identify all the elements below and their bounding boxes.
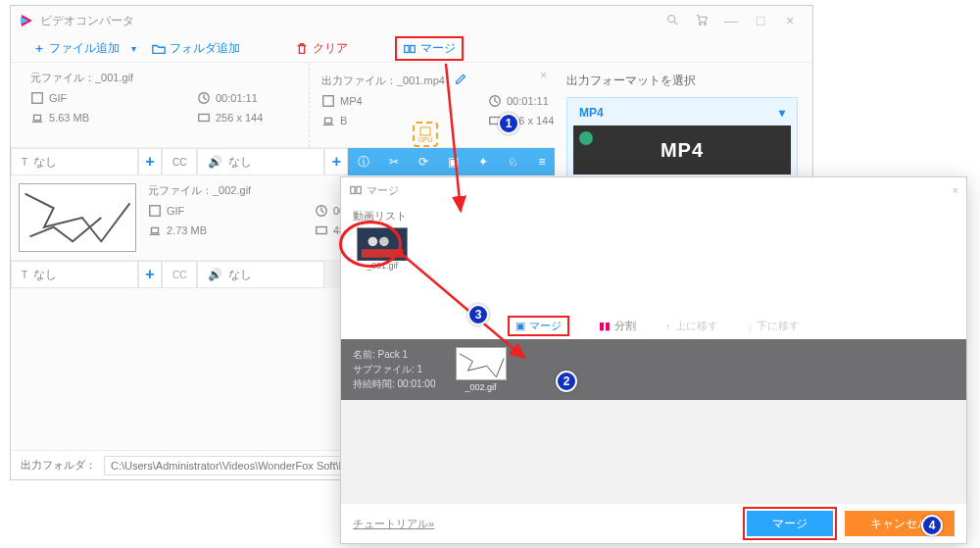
- clock-icon: [315, 204, 328, 218]
- dims-icon: [315, 224, 328, 237]
- close-button[interactable]: ×: [775, 13, 805, 28]
- src-file-name: _002.gif: [213, 184, 251, 196]
- op-split-button[interactable]: ▮▮ 分割: [599, 319, 636, 333]
- split-icon: ▮▮: [599, 320, 611, 332]
- maximize-button[interactable]: □: [746, 13, 775, 28]
- callout-2: 2: [556, 371, 577, 392]
- size-icon: [321, 114, 335, 127]
- svg-rect-29: [457, 348, 506, 380]
- op-move-down-button[interactable]: ↓ 下に移す: [748, 319, 801, 333]
- add-subtitle-button[interactable]: +: [138, 261, 162, 288]
- svg-rect-12: [32, 93, 43, 104]
- out-format: MP4: [340, 95, 363, 107]
- audio-select[interactable]: 🔊なし: [197, 261, 324, 288]
- settings-button[interactable]: ≡: [528, 148, 555, 175]
- crop-button[interactable]: ▣: [438, 148, 468, 175]
- out-size: B: [340, 115, 347, 126]
- op-merge-button[interactable]: ▣ マージ: [508, 316, 569, 336]
- watermark-button[interactable]: ♘: [498, 148, 528, 175]
- svg-point-3: [699, 23, 701, 25]
- gpu-badge[interactable]: GPU: [413, 122, 438, 147]
- tutorial-link[interactable]: チュートリアル»: [353, 517, 434, 531]
- add-file-button[interactable]: ＋ ファイル追加: [25, 36, 127, 61]
- dialog-title: マージ: [367, 183, 399, 198]
- src-size: 2.73 MB: [167, 224, 207, 236]
- video-list-area: 動画リスト _001.gif: [341, 203, 966, 314]
- edit-icon[interactable]: [454, 71, 467, 84]
- add-subtitle-button[interactable]: +: [138, 148, 162, 175]
- add-file-label: ファイル追加: [49, 40, 120, 57]
- dims-icon: [197, 111, 211, 125]
- search-icon[interactable]: [658, 13, 687, 29]
- op-move-up-button[interactable]: ↑ 上に移す: [665, 319, 718, 333]
- dialog-merge-button[interactable]: マージ: [747, 511, 833, 536]
- file-card: 元ファイル：_001.gif GIF 00:01:11 5.63 MB 256 …: [11, 63, 555, 148]
- op-down-label: 下に移す: [757, 319, 800, 333]
- out-file-name: _001.mp4: [397, 75, 445, 86]
- svg-rect-6: [411, 45, 415, 52]
- dialog-close-button[interactable]: ×: [953, 184, 958, 196]
- merge-button[interactable]: マージ: [395, 36, 464, 61]
- file-action-strip: Tなし + CC 🔊なし + ⓘ ✂ ⟳ ▣ ✦ ♘ ≡: [11, 148, 555, 175]
- video-list-item[interactable]: _001.gif: [357, 227, 408, 271]
- cc-button[interactable]: CC: [162, 261, 197, 288]
- minimize-button[interactable]: —: [716, 13, 746, 28]
- format-selector[interactable]: MP4▾ MP4: [566, 97, 798, 181]
- subtitle-value: なし: [33, 267, 57, 283]
- callout-3: 3: [467, 304, 489, 325]
- src-file-label: 元ファイル：: [148, 184, 213, 196]
- pack-item[interactable]: _002.gif: [456, 347, 507, 392]
- svg-rect-19: [150, 206, 161, 217]
- callout-1: 1: [498, 113, 519, 134]
- add-folder-button[interactable]: フォルダ追加: [144, 36, 248, 61]
- subtitle-select[interactable]: Tなし: [11, 148, 138, 175]
- rotate-button[interactable]: ⟳: [409, 148, 438, 175]
- remove-file-button[interactable]: ×: [540, 69, 547, 82]
- svg-point-28: [379, 237, 389, 247]
- merge-ops-bar: ▣ マージ ▮▮ 分割 ↑ 上に移す ↓ 下に移す: [341, 314, 966, 339]
- cut-button[interactable]: ✂: [379, 148, 409, 175]
- audio-value: なし: [228, 154, 252, 171]
- arrow-down-icon: ↓: [748, 321, 754, 332]
- cc-button[interactable]: CC: [162, 148, 197, 175]
- annotation-frame: マージ: [743, 507, 837, 540]
- audio-select[interactable]: 🔊なし: [197, 148, 324, 175]
- dialog-footer: チュートリアル» マージ キャンセル: [341, 504, 966, 543]
- cart-icon[interactable]: [687, 13, 716, 29]
- src-duration: 00:01:11: [216, 92, 258, 104]
- src-file-label: 元ファイル：: [30, 72, 95, 83]
- format-icon: [148, 204, 162, 218]
- add-file-caret-icon[interactable]: ▾: [131, 43, 136, 54]
- file-thumbnail[interactable]: [19, 183, 136, 252]
- src-file-name: _001.gif: [95, 72, 133, 83]
- op-merge-label: マージ: [529, 319, 562, 333]
- app-logo-icon: [19, 13, 34, 28]
- out-file-label: 出力ファイル：: [321, 75, 397, 86]
- folder-icon: [152, 42, 166, 56]
- svg-point-4: [705, 23, 707, 25]
- format-icon: [30, 91, 44, 105]
- toolbar: ＋ ファイル追加 ▾ フォルダ追加 クリア マージ: [11, 35, 812, 63]
- trash-icon: [295, 42, 309, 56]
- svg-point-27: [368, 237, 378, 247]
- add-audio-button[interactable]: +: [324, 148, 348, 175]
- subtitle-select[interactable]: Tなし: [11, 261, 138, 288]
- effects-button[interactable]: ✦: [468, 148, 498, 175]
- output-folder-label: 出力フォルダ：: [21, 458, 96, 473]
- svg-rect-24: [357, 187, 361, 194]
- clear-button[interactable]: クリア: [287, 36, 356, 61]
- app-title: ビデオコンバータ: [40, 13, 134, 29]
- format-tile: MP4: [573, 125, 791, 174]
- svg-rect-18: [21, 184, 135, 251]
- svg-rect-21: [317, 227, 327, 234]
- merge-icon: [403, 42, 416, 56]
- merge-label: マージ: [420, 40, 456, 57]
- svg-rect-5: [405, 45, 409, 52]
- merge-icon: [349, 183, 363, 197]
- info-button[interactable]: ⓘ: [348, 148, 379, 175]
- src-format: GIF: [49, 92, 67, 104]
- pack-subfiles: 1: [417, 364, 423, 374]
- plus-icon: ＋: [33, 40, 45, 57]
- src-format: GIF: [167, 205, 184, 217]
- output-format-title: 出力フォーマットを選択: [566, 73, 798, 89]
